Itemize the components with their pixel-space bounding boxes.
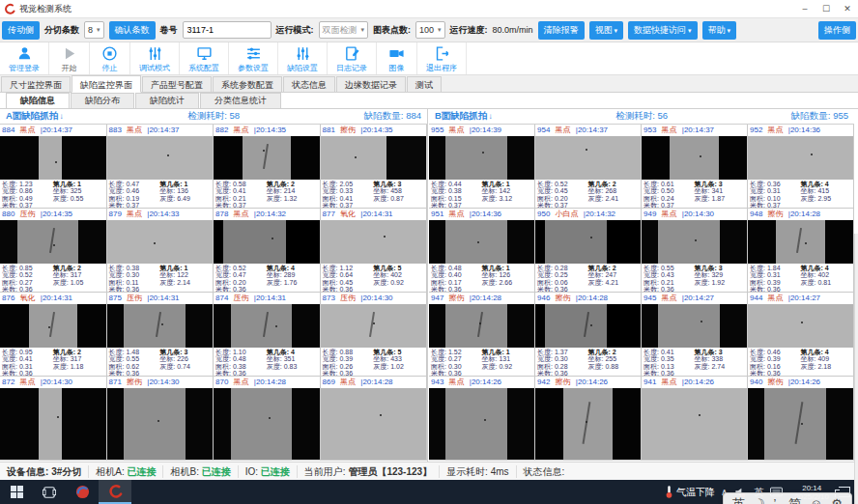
vertical-scrollbar[interactable] xyxy=(854,234,858,504)
close-button[interactable]: ✕ xyxy=(837,0,858,17)
defect-image[interactable] xyxy=(535,136,641,180)
ime-english-toggle[interactable]: 英 xyxy=(732,493,745,504)
view-menu-button[interactable]: 视图 xyxy=(589,21,623,40)
defect-image[interactable] xyxy=(107,136,214,180)
defect-image[interactable] xyxy=(642,304,747,348)
subtab-class-info-statistics[interactable]: 分类信息统计 xyxy=(200,93,281,108)
defect-image[interactable] xyxy=(535,304,641,348)
moon-icon[interactable]: ☽ xyxy=(754,493,765,504)
taskbar-app-inspection-system[interactable] xyxy=(99,480,131,504)
task-view-button[interactable] xyxy=(33,480,66,504)
defect-image[interactable] xyxy=(642,136,747,180)
defect-cell[interactable]: 871 擦伤 |20:14:30 长度: 1.66 宽度: 0.29 面积: 0… xyxy=(107,377,214,461)
defect-image[interactable] xyxy=(0,304,106,348)
parameter-settings-button[interactable]: 参数设置 xyxy=(229,42,278,74)
clear-alarm-button[interactable]: 清除报警 xyxy=(538,21,585,40)
confirm-count-button[interactable]: 确认条数 xyxy=(109,21,156,40)
defect-image[interactable] xyxy=(748,136,853,180)
defect-image[interactable] xyxy=(0,220,106,264)
defect-cell[interactable]: 944 黑点 |20:14:27 长度: 0.46 宽度: 0.39 面积: 0… xyxy=(748,293,854,377)
maximize-button[interactable]: ☐ xyxy=(815,0,837,17)
defect-image[interactable] xyxy=(535,220,641,264)
defect-image[interactable] xyxy=(642,220,747,264)
image-button[interactable]: 图像 xyxy=(377,42,417,74)
defect-cell[interactable]: 943 黑点 |20:14:26 长度: 0.49 宽度: 0.41 面积: 0… xyxy=(429,377,535,461)
defect-cell[interactable]: 940 擦伤 |20:14:26 长度: 1.58 宽度: 0.33 面积: 0… xyxy=(748,377,854,461)
defect-cell[interactable]: 951 黑点 |20:14:36 长度: 0.48 宽度: 0.40 面积: 0… xyxy=(429,209,535,293)
quick-access-menu-button[interactable]: 数据快捷访问 xyxy=(628,21,697,40)
defect-image[interactable] xyxy=(429,220,534,264)
defect-cell[interactable]: 941 黑点 |20:14:26 长度: 0.37 宽度: 0.32 面积: 0… xyxy=(642,377,748,461)
defect-image[interactable] xyxy=(321,136,427,180)
defect-cell[interactable]: 955 黑点 |20:14:39 长度: 0.44 宽度: 0.38 面积: 0… xyxy=(429,125,535,209)
gear-icon[interactable]: ⚙ xyxy=(831,493,843,504)
defect-cell[interactable]: 953 黑点 |20:14:37 长度: 0.61 宽度: 0.50 面积: 0… xyxy=(642,125,748,209)
defect-settings-button[interactable]: 缺陷设置 xyxy=(278,42,328,74)
tab-status-info[interactable]: 状态信息 xyxy=(283,76,335,92)
defect-cell[interactable]: 945 黑点 |20:14:27 长度: 0.41 宽度: 0.35 面积: 0… xyxy=(642,293,748,377)
defect-image[interactable] xyxy=(748,304,853,348)
defect-image[interactable] xyxy=(214,220,320,264)
defect-cell[interactable]: 947 擦伤 |20:14:28 长度: 1.52 宽度: 0.27 面积: 0… xyxy=(429,293,535,377)
defect-cell[interactable]: 874 压伤 |20:14:31 长度: 1.10 宽度: 0.48 面积: 0… xyxy=(214,293,321,377)
defect-cell[interactable]: 948 擦伤 |20:14:28 长度: 1.84 宽度: 0.31 面积: 0… xyxy=(748,209,854,293)
coil-number-input[interactable] xyxy=(183,21,272,39)
defect-image[interactable] xyxy=(107,304,214,348)
defect-cell[interactable]: 876 氧化 |20:14:31 长度: 0.95 宽度: 0.41 面积: 0… xyxy=(0,293,107,377)
admin-login-button[interactable]: 管理登录 xyxy=(0,42,49,74)
defect-image[interactable] xyxy=(0,388,106,461)
taskbar-weather[interactable]: 气温下降 xyxy=(665,485,715,499)
defect-image[interactable] xyxy=(748,388,853,461)
defect-cell[interactable]: 946 擦伤 |20:14:28 长度: 1.37 宽度: 0.30 面积: 0… xyxy=(535,293,642,377)
defect-cell[interactable]: 872 黑点 |20:14:30 长度: 0.42 宽度: 0.36 面积: 0… xyxy=(0,377,107,461)
ime-simplified-toggle[interactable]: 简 xyxy=(788,493,801,504)
subtab-defect-distribution[interactable]: 缺陷分布 xyxy=(71,93,134,108)
defect-image[interactable] xyxy=(214,304,320,348)
defect-cell[interactable]: 879 黑点 |20:14:33 长度: 0.38 宽度: 0.30 面积: 0… xyxy=(107,209,214,293)
defect-cell[interactable]: 878 黑点 |20:14:32 长度: 0.52 宽度: 0.47 面积: 0… xyxy=(214,209,321,293)
slit-count-select[interactable]: 8▾ xyxy=(84,21,104,39)
defect-cell[interactable]: 881 擦伤 |20:14:35 长度: 2.05 宽度: 0.33 面积: 0… xyxy=(321,125,428,209)
system-config-button[interactable]: 系统配置 xyxy=(180,42,229,74)
defect-image[interactable] xyxy=(321,388,427,461)
defect-cell[interactable]: 869 黑点 |20:14:28 长度: 0.39 宽度: 0.33 面积: 0… xyxy=(321,377,428,461)
defect-image[interactable] xyxy=(214,388,320,461)
chart-points-select[interactable]: 100▾ xyxy=(415,21,445,39)
operator-side-button[interactable]: 操作侧 xyxy=(818,21,856,40)
stop-button[interactable]: 停止 xyxy=(90,42,130,74)
defect-cell[interactable]: 942 擦伤 |20:14:26 长度: 1.43 宽度: 0.28 面积: 0… xyxy=(535,377,642,461)
defect-image[interactable] xyxy=(0,136,106,180)
tab-test[interactable]: 测试 xyxy=(407,76,442,92)
defect-cell[interactable]: 952 黑点 |20:14:36 长度: 0.36 宽度: 0.31 面积: 0… xyxy=(748,125,854,209)
tab-product-model-config[interactable]: 产品型号配置 xyxy=(142,76,212,92)
exit-program-button[interactable]: 退出程序 xyxy=(417,42,467,74)
tab-system-param-config[interactable]: 系统参数配置 xyxy=(213,76,282,92)
defect-image[interactable] xyxy=(214,136,320,180)
defect-image[interactable] xyxy=(642,388,747,461)
punctuation-toggle[interactable]: ’, xyxy=(774,493,781,504)
defect-image[interactable] xyxy=(748,220,853,264)
defect-cell[interactable]: 873 压伤 |20:14:30 长度: 0.88 宽度: 0.39 面积: 0… xyxy=(321,293,428,377)
defect-cell[interactable]: 954 黑点 |20:14:37 长度: 0.52 宽度: 0.45 面积: 0… xyxy=(535,125,642,209)
defect-image[interactable] xyxy=(429,136,534,180)
help-menu-button[interactable]: 帮助 xyxy=(702,21,736,40)
minimize-button[interactable]: – xyxy=(794,0,815,17)
defect-image[interactable] xyxy=(107,220,214,264)
start-button[interactable] xyxy=(0,480,33,504)
defect-cell[interactable]: 883 黑点 |20:14:37 长度: 0.47 宽度: 0.46 面积: 0… xyxy=(107,125,214,209)
drive-side-button[interactable]: 传动侧 xyxy=(2,21,40,40)
emoji-icon[interactable]: ☺ xyxy=(810,493,822,504)
panel-a-title[interactable]: A面缺陷抓拍 xyxy=(6,110,58,123)
debug-mode-button[interactable]: 调试模式 xyxy=(130,42,180,74)
log-record-button[interactable]: 日志记录 xyxy=(328,42,377,74)
defect-cell[interactable]: 884 黑点 |20:14:37 长度: 1.23 宽度: 0.86 面积: 0… xyxy=(0,125,107,209)
defect-cell[interactable]: 882 黑点 |20:14:35 长度: 0.58 宽度: 0.41 面积: 0… xyxy=(214,125,321,209)
start-button[interactable]: 开始 xyxy=(49,42,90,74)
defect-image[interactable] xyxy=(321,220,427,264)
tab-size-monitor[interactable]: 尺寸监控界面 xyxy=(1,76,71,92)
defect-image[interactable] xyxy=(321,304,427,348)
defect-image[interactable] xyxy=(429,304,534,348)
defect-cell[interactable]: 870 黑点 |20:14:28 长度: 0.51 宽度: 0.44 面积: 0… xyxy=(214,377,321,461)
panel-b-title[interactable]: B面缺陷抓拍 xyxy=(435,110,487,123)
defect-cell[interactable]: 875 压伤 |20:14:31 长度: 1.48 宽度: 0.55 面积: 0… xyxy=(107,293,214,377)
